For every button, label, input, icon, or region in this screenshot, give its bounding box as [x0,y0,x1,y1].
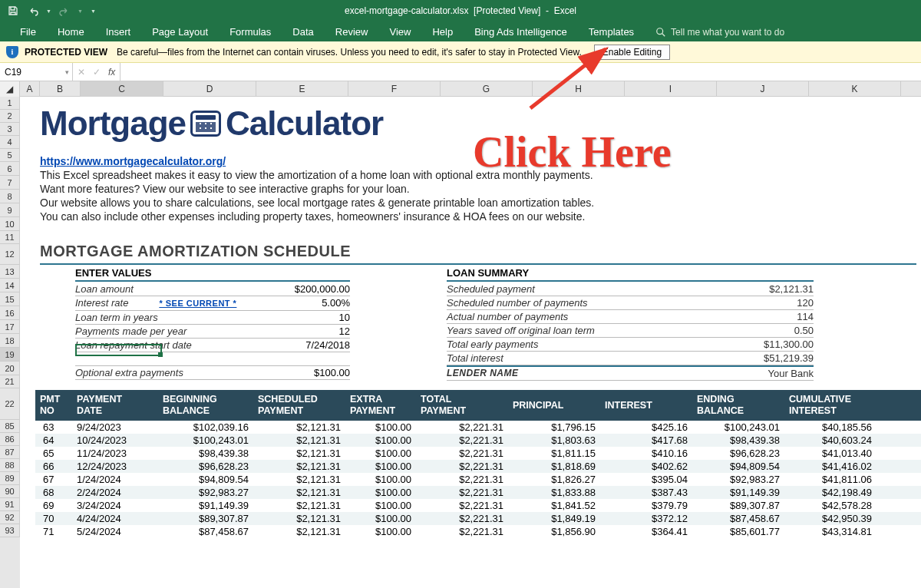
cell-extra[interactable]: $100.00 [345,512,416,525]
cell-no[interactable]: 67 [35,473,72,486]
see-current-link[interactable]: * SEE CURRENT * [128,299,236,308]
cell-prin[interactable]: $1,833.88 [508,486,600,499]
cell-sched[interactable]: $2,121.31 [253,434,345,447]
cell-beg[interactable]: $98,439.38 [158,447,253,460]
row-header-92[interactable]: 92 [0,511,20,524]
row-header-15[interactable]: 15 [0,292,20,306]
cell-beg[interactable]: $92,983.27 [158,486,253,499]
cell-end[interactable]: $91,149.39 [692,486,784,499]
cell-sched[interactable]: $2,121.31 [253,460,345,473]
interest-rate-value[interactable]: 5.00% [258,296,350,310]
row-header-2[interactable]: 2 [0,110,20,123]
cell-int[interactable]: $410.16 [600,447,692,460]
cell-total[interactable]: $2,221.31 [416,434,508,447]
lender-value[interactable]: Your Bank [721,367,814,380]
cell-prin[interactable]: $1,841.52 [508,499,600,512]
select-all-corner[interactable]: ◢ [0,81,20,97]
cell-int[interactable]: $387.43 [600,486,692,499]
cell-end[interactable]: $100,243.01 [692,421,784,434]
payments-year-value[interactable]: 12 [258,325,350,338]
col-pmt-no[interactable]: PMTNO [35,394,72,417]
cell-end[interactable]: $89,307.87 [692,499,784,512]
tab-view[interactable]: View [378,22,421,41]
cell-date[interactable]: 11/24/2023 [72,447,158,460]
table-row[interactable]: 6612/24/2023$96,628.23$2,121.31$100.00$2… [35,460,921,473]
cell-extra[interactable]: $100.00 [345,447,416,460]
undo-icon[interactable] [26,4,40,18]
extra-payment-value[interactable]: $100.00 [258,366,350,379]
row-header-11[interactable]: 11 [0,231,20,244]
col-principal[interactable]: PRINCIPAL [508,400,600,411]
cell-cum[interactable]: $42,198.49 [784,486,876,499]
cell-no[interactable]: 71 [35,525,72,538]
tab-formulas[interactable]: Formulas [219,22,282,41]
column-headers[interactable]: ◢ A B C D E F G H I J K [0,81,921,97]
cell-sched[interactable]: $2,121.31 [253,473,345,486]
col-header-d[interactable]: D [163,81,256,97]
cell-end[interactable]: $87,458.67 [692,512,784,525]
cell-extra[interactable]: $100.00 [345,525,416,538]
cell-total[interactable]: $2,221.31 [416,499,508,512]
cell-end[interactable]: $92,983.27 [692,473,784,486]
cell-extra[interactable]: $100.00 [345,460,416,473]
row-header-85[interactable]: 85 [0,420,20,433]
start-date-value[interactable]: 7/24/2018 [258,339,350,352]
row-header-93[interactable]: 93 [0,524,20,537]
row-header-6[interactable]: 6 [0,162,20,176]
cell-date[interactable]: 3/24/2024 [72,499,158,512]
col-header-k[interactable]: K [809,81,901,97]
row-header-3[interactable]: 3 [0,123,20,136]
cell-beg[interactable]: $87,458.67 [158,525,253,538]
cell-end[interactable]: $85,601.77 [692,525,784,538]
table-row[interactable]: 682/24/2024$92,983.27$2,121.31$100.00$2,… [35,486,921,499]
cell-no[interactable]: 70 [35,512,72,525]
cell-prin[interactable]: $1,849.19 [508,512,600,525]
cell-date[interactable]: 4/24/2024 [72,512,158,525]
col-header-a[interactable]: A [20,81,40,97]
row-header-12[interactable]: 12 [0,244,20,265]
cell-cum[interactable]: $42,578.28 [784,499,876,512]
row-header-14[interactable]: 14 [0,279,20,292]
row-header-89[interactable]: 89 [0,472,20,485]
cell-prin[interactable]: $1,818.69 [508,460,600,473]
save-icon[interactable] [6,4,20,18]
cell-cum[interactable]: $41,416.02 [784,460,876,473]
cell-date[interactable]: 10/24/2023 [72,434,158,447]
undo-dropdown-icon[interactable]: ▼ [46,8,51,14]
col-header-f[interactable]: F [348,81,441,97]
cell-prin[interactable]: $1,796.15 [508,421,600,434]
cell-no[interactable]: 69 [35,499,72,512]
cell-date[interactable]: 2/24/2024 [72,486,158,499]
cell-no[interactable]: 64 [35,434,72,447]
name-box[interactable]: C19 [0,63,73,81]
col-header-b[interactable]: B [40,81,81,97]
row-header-9[interactable]: 9 [0,203,20,217]
cell-total[interactable]: $2,221.31 [416,421,508,434]
cancel-icon[interactable]: ✕ [78,67,85,78]
row-header-16[interactable]: 16 [0,306,20,320]
tab-templates[interactable]: Templates [578,22,645,41]
cell-end[interactable]: $96,628.23 [692,447,784,460]
enter-icon[interactable]: ✓ [93,67,101,78]
row-header-87[interactable]: 87 [0,446,20,459]
cell-no[interactable]: 65 [35,447,72,460]
cell-int[interactable]: $364.41 [600,525,692,538]
row-header-20[interactable]: 20 [0,362,20,375]
row-header-4[interactable]: 4 [0,136,20,149]
col-header-e[interactable]: E [256,81,348,97]
table-row[interactable]: 6410/24/2023$100,243.01$2,121.31$100.00$… [35,434,921,447]
cell-sched[interactable]: $2,121.31 [253,499,345,512]
cell-total[interactable]: $2,221.31 [416,447,508,460]
table-row[interactable]: 715/24/2024$87,458.67$2,121.31$100.00$2,… [35,525,921,538]
cell-sched[interactable]: $2,121.31 [253,447,345,460]
loan-term-value[interactable]: 10 [258,311,350,324]
cell-sched[interactable]: $2,121.31 [253,421,345,434]
website-link[interactable]: https://www.mortgagecalculator.org/ [40,155,226,167]
cell-sched[interactable]: $2,121.31 [253,525,345,538]
cell-extra[interactable]: $100.00 [345,499,416,512]
cell-extra[interactable]: $100.00 [345,473,416,486]
worksheet[interactable]: 1234567891011121314151617181920212285868… [0,97,921,588]
cell-total[interactable]: $2,221.31 [416,512,508,525]
cell-total[interactable]: $2,221.31 [416,486,508,499]
redo-dropdown-icon[interactable]: ▼ [78,8,83,14]
